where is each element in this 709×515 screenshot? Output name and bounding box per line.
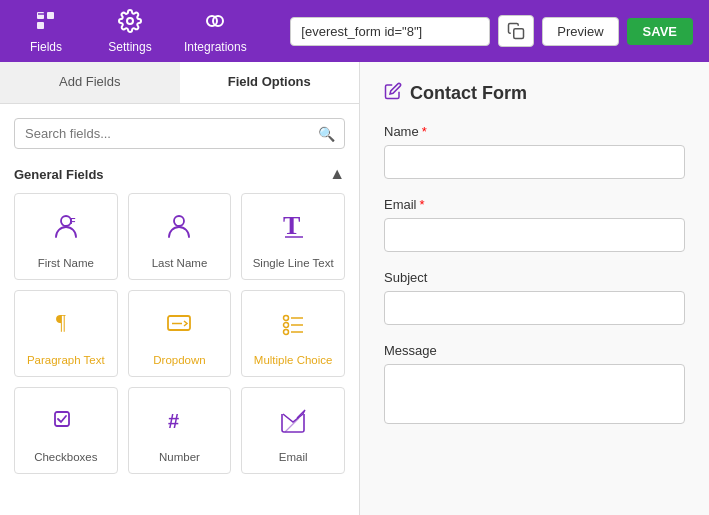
form-field-message: Message bbox=[384, 343, 685, 424]
email-field-label: Email bbox=[279, 451, 308, 463]
first-name-icon: F bbox=[50, 210, 82, 249]
form-title: Contact Form bbox=[410, 83, 527, 104]
left-panel: Add Fields Field Options 🔍 General Field… bbox=[0, 62, 360, 515]
nav-integrations-label: Integrations bbox=[184, 40, 247, 54]
copy-icon bbox=[507, 22, 525, 40]
fields-icon bbox=[34, 9, 58, 36]
section-label: General Fields bbox=[14, 167, 104, 182]
single-line-text-label: Single Line Text bbox=[253, 257, 334, 269]
svg-point-17 bbox=[284, 323, 289, 328]
settings-icon bbox=[118, 9, 142, 36]
field-card-single-line-text[interactable]: T Single Line Text bbox=[241, 193, 345, 280]
section-toggle-icon[interactable]: ▲ bbox=[329, 165, 345, 183]
checkboxes-icon bbox=[50, 404, 82, 443]
nav-fields-label: Fields bbox=[30, 40, 62, 54]
copy-shortcode-button[interactable] bbox=[498, 15, 534, 47]
main-content: Add Fields Field Options 🔍 General Field… bbox=[0, 62, 709, 515]
svg-rect-2 bbox=[47, 12, 54, 19]
email-input[interactable] bbox=[384, 218, 685, 252]
last-name-label: Last Name bbox=[152, 257, 208, 269]
field-card-checkboxes[interactable]: Checkboxes bbox=[14, 387, 118, 474]
nav-integrations[interactable]: Integrations bbox=[184, 9, 247, 54]
right-panel: Contact Form Name * Email * Subject bbox=[360, 62, 709, 515]
search-wrapper: 🔍 bbox=[14, 118, 345, 149]
integrations-icon bbox=[203, 9, 227, 36]
field-card-paragraph-text[interactable]: ¶ Paragraph Text bbox=[14, 290, 118, 377]
form-field-subject-label: Subject bbox=[384, 270, 685, 285]
save-button[interactable]: SAVE bbox=[627, 18, 693, 45]
svg-point-19 bbox=[284, 330, 289, 335]
checkboxes-label: Checkboxes bbox=[34, 451, 97, 463]
subject-input[interactable] bbox=[384, 291, 685, 325]
first-name-label: First Name bbox=[38, 257, 94, 269]
form-field-name-label: Name * bbox=[384, 124, 685, 139]
form-field-email: Email * bbox=[384, 197, 685, 252]
svg-rect-1 bbox=[37, 22, 44, 29]
shortcode-input[interactable] bbox=[290, 17, 490, 46]
svg-point-9 bbox=[174, 216, 184, 226]
fields-grid: F First Name Last Name bbox=[0, 193, 359, 488]
search-input[interactable] bbox=[14, 118, 345, 149]
tab-field-options[interactable]: Field Options bbox=[180, 62, 360, 103]
field-card-first-name[interactable]: F First Name bbox=[14, 193, 118, 280]
edit-icon bbox=[384, 82, 402, 104]
number-icon: # bbox=[163, 404, 195, 443]
form-field-message-label: Message bbox=[384, 343, 685, 358]
svg-text:¶: ¶ bbox=[56, 309, 66, 334]
nav-settings[interactable]: Settings bbox=[100, 9, 160, 54]
svg-text:T: T bbox=[283, 211, 300, 240]
search-icon: 🔍 bbox=[318, 126, 335, 142]
form-field-email-label: Email * bbox=[384, 197, 685, 212]
svg-text:F: F bbox=[70, 216, 76, 226]
dropdown-icon bbox=[163, 307, 195, 346]
last-name-icon bbox=[163, 210, 195, 249]
svg-rect-0 bbox=[37, 12, 44, 19]
email-field-icon bbox=[277, 404, 309, 443]
single-line-text-icon: T bbox=[277, 210, 309, 249]
form-field-name: Name * bbox=[384, 124, 685, 179]
field-card-number[interactable]: # Number bbox=[128, 387, 232, 474]
svg-point-15 bbox=[284, 316, 289, 321]
name-required-star: * bbox=[422, 124, 427, 139]
multiple-choice-icon bbox=[277, 307, 309, 346]
form-field-subject: Subject bbox=[384, 270, 685, 325]
dropdown-label: Dropdown bbox=[153, 354, 205, 366]
field-card-last-name[interactable]: Last Name bbox=[128, 193, 232, 280]
search-bar: 🔍 bbox=[0, 104, 359, 159]
email-required-star: * bbox=[420, 197, 425, 212]
preview-button[interactable]: Preview bbox=[542, 17, 618, 46]
message-textarea[interactable] bbox=[384, 364, 685, 424]
field-card-multiple-choice[interactable]: Multiple Choice bbox=[241, 290, 345, 377]
field-card-dropdown[interactable]: Dropdown bbox=[128, 290, 232, 377]
svg-rect-6 bbox=[514, 29, 524, 39]
nav-fields[interactable]: Fields bbox=[16, 9, 76, 54]
paragraph-text-icon: ¶ bbox=[50, 307, 82, 346]
name-input[interactable] bbox=[384, 145, 685, 179]
paragraph-text-label: Paragraph Text bbox=[27, 354, 105, 366]
tab-add-fields[interactable]: Add Fields bbox=[0, 62, 180, 103]
field-card-email[interactable]: Email bbox=[241, 387, 345, 474]
form-title-row: Contact Form bbox=[384, 82, 685, 104]
multiple-choice-label: Multiple Choice bbox=[254, 354, 333, 366]
number-label: Number bbox=[159, 451, 200, 463]
svg-text:#: # bbox=[168, 410, 179, 432]
nav-settings-label: Settings bbox=[108, 40, 151, 54]
general-fields-header: General Fields ▲ bbox=[0, 159, 359, 193]
shortcode-bar: Preview SAVE bbox=[290, 15, 693, 47]
header: Fields Settings Integrations Preview bbox=[0, 0, 709, 62]
tabs-bar: Add Fields Field Options bbox=[0, 62, 359, 104]
